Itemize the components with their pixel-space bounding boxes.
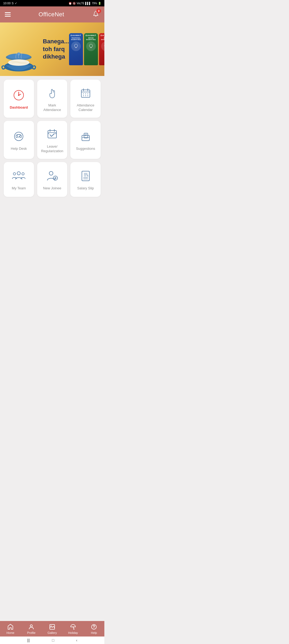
svg-point-34 — [13, 173, 16, 175]
hamburger-menu[interactable] — [5, 12, 11, 17]
svg-point-36 — [49, 171, 53, 175]
salary-slip-icon: $ — [79, 169, 93, 183]
grid-row-2: Help Desk Leave/ Regularization — [4, 121, 101, 159]
svg-point-17 — [85, 94, 86, 94]
banner-products: DAAWAT TRADITIONALBASMATI RICE DAAWAT BI… — [69, 33, 104, 65]
banner-line2: toh farq dikhega — [43, 45, 69, 61]
suggestions-card[interactable]: Suggestions — [70, 121, 101, 159]
help-desk-icon — [12, 129, 26, 143]
time: 10:00 — [3, 2, 11, 5]
svg-point-35 — [22, 173, 24, 175]
svg-point-33 — [17, 172, 20, 175]
mark-attendance-label: Mark Attendance — [40, 103, 65, 112]
leave-regularization-icon — [45, 127, 59, 141]
status-right: ⏰ 🔇 VoLTE ▌▌▌ 79% 🔋 — [69, 2, 101, 5]
help-desk-label: Help Desk — [11, 147, 27, 151]
check-icon: ✓ — [15, 2, 17, 5]
banner: Banega... toh farq dikhega DAAWAT TRADIT… — [0, 22, 104, 76]
grid-row-3: My Team New Joinee — [4, 162, 101, 197]
svg-point-19 — [83, 95, 84, 96]
svg-point-16 — [83, 94, 84, 94]
dashboard-icon — [12, 88, 26, 102]
banner-line1: Banega... — [43, 38, 69, 45]
menu-grid: Dashboard Mark Attendance — [0, 76, 104, 197]
mark-attendance-icon — [45, 86, 59, 100]
grid-row-1: Dashboard Mark Attendance — [4, 80, 101, 118]
svg-point-21 — [87, 95, 88, 96]
dashboard-label: Dashboard — [10, 105, 28, 110]
signal-icon: ▌▌▌ — [85, 2, 91, 5]
my-team-label: My Team — [12, 186, 26, 191]
network-icon: VoLTE — [77, 2, 84, 5]
battery-icon: 🔋 — [98, 2, 101, 5]
product-bag-traditional: DAAWAT TRADITIONALBASMATI RICE — [69, 33, 83, 65]
header: OfficeNet 0 — [0, 6, 104, 22]
status-bar: 10:00 S ✓ ⏰ 🔇 VoLTE ▌▌▌ 79% 🔋 — [0, 0, 104, 6]
mark-attendance-card[interactable]: Mark Attendance — [37, 80, 67, 118]
product-bag-biryani: DAAWAT BIRYANIBASMATI RICE — [84, 33, 98, 65]
new-joinee-icon — [45, 169, 59, 183]
notification-button[interactable]: 0 — [92, 10, 100, 19]
salary-slip-label: Salary Slip — [77, 186, 94, 191]
app-title: OfficeNet — [39, 11, 64, 18]
product-bag-super: DAAWAT SUPERBASMATI RICE — [99, 33, 104, 65]
svg-text:$: $ — [87, 174, 88, 177]
alarm-icon: ⏰ — [69, 2, 72, 5]
battery: 79% — [92, 2, 97, 5]
dashboard-card[interactable]: Dashboard — [4, 80, 34, 118]
banner-text-block: Banega... toh farq dikhega — [43, 38, 69, 61]
help-desk-card[interactable]: Help Desk — [4, 121, 34, 159]
svg-point-20 — [85, 95, 86, 96]
attendance-calendar-icon — [79, 86, 93, 100]
leave-regularization-card[interactable]: Leave/ Regularization — [37, 121, 67, 159]
svg-point-6 — [89, 44, 93, 47]
mute-icon: 🔇 — [73, 2, 76, 5]
my-team-icon — [12, 169, 26, 183]
suggestions-icon — [79, 129, 93, 143]
suggestions-label: Suggestions — [76, 147, 95, 151]
svg-rect-23 — [48, 131, 56, 138]
svg-point-5 — [74, 44, 78, 47]
new-joinee-label: New Joinee — [43, 186, 61, 191]
svg-point-18 — [87, 94, 88, 94]
attendance-calendar-label: Attendance Calendar — [73, 103, 98, 112]
svg-point-22 — [14, 132, 23, 141]
new-joinee-card[interactable]: New Joinee — [37, 162, 67, 197]
svg-point-11 — [18, 95, 20, 96]
bowl-image — [0, 47, 43, 76]
my-team-card[interactable]: My Team — [4, 162, 34, 197]
attendance-calendar-card[interactable]: Attendance Calendar — [70, 80, 101, 118]
salary-slip-card[interactable]: $ Salary Slip — [70, 162, 101, 197]
leave-regularization-label: Leave/ Regularization — [40, 144, 65, 154]
s-icon: S — [12, 2, 14, 5]
notification-badge: 0 — [96, 9, 101, 13]
status-left: 10:00 S ✓ — [3, 2, 17, 5]
